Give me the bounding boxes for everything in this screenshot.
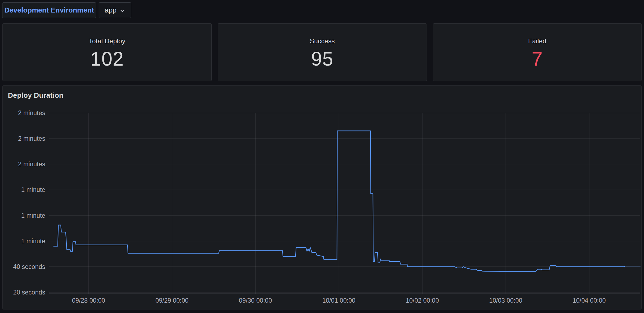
stat-title: Failed (528, 37, 546, 45)
x-tick-label: 10/03 00:00 (489, 297, 523, 304)
y-tick-label: 20 seconds (13, 289, 45, 296)
stat-value: 95 (311, 48, 333, 70)
stat-title: Total Deploy (89, 37, 125, 45)
y-tick-label: 1 minute (21, 186, 45, 193)
dashboard-page: Development Environment app Total Deploy… (0, 0, 644, 313)
stat-value: 102 (90, 48, 124, 70)
y-tick-label: 40 seconds (13, 263, 45, 270)
app-variable-value: app (105, 6, 116, 14)
stat-panel-success: Success 95 (218, 23, 427, 81)
stat-panel-total-deploy: Total Deploy 102 (2, 23, 212, 81)
deploy-duration-series-line (54, 131, 640, 271)
y-tick-label: 2 minutes (18, 161, 45, 168)
y-tick-label: 2 minutes (18, 109, 45, 116)
deploy-duration-chart[interactable]: 2 minutes2 minutes2 minutes1 minute1 min… (3, 86, 641, 309)
stat-panel-failed: Failed 7 (433, 23, 642, 81)
app-variable-dropdown[interactable]: app (99, 2, 131, 18)
environment-link-button[interactable]: Development Environment (2, 2, 96, 18)
chevron-down-icon (119, 8, 125, 14)
stat-value: 7 (531, 48, 543, 70)
x-tick-label: 10/02 00:00 (406, 297, 439, 304)
stat-title: Success (310, 37, 335, 45)
x-tick-label: 09/29 00:00 (156, 297, 189, 304)
x-tick-label: 09/30 00:00 (239, 297, 272, 304)
deploy-duration-panel: Deploy Duration 2 minutes2 minutes2 minu… (2, 85, 642, 309)
y-tick-label: 1 minute (21, 238, 45, 245)
y-tick-label: 2 minutes (18, 135, 45, 142)
y-tick-label: 1 minute (21, 212, 45, 219)
x-tick-label: 10/01 00:00 (322, 297, 356, 304)
x-tick-label: 10/04 00:00 (573, 297, 606, 304)
x-tick-label: 09/28 00:00 (72, 297, 105, 304)
